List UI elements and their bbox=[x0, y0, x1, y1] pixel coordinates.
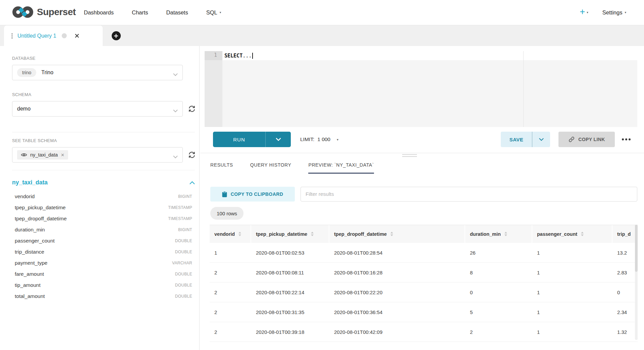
sql-keyword: SELECT bbox=[224, 53, 243, 59]
results-table: vendoridtpep_pickup_datetimetpep_dropoff… bbox=[210, 225, 638, 342]
close-tab-button[interactable] bbox=[75, 34, 79, 38]
sort-down-icon bbox=[390, 234, 393, 236]
copy-link-label: COPY LINK bbox=[578, 137, 605, 142]
superset-logo[interactable]: Superset bbox=[12, 5, 76, 19]
chevron-up-icon[interactable] bbox=[190, 181, 195, 184]
column-header-label: vendorid bbox=[214, 231, 235, 237]
nav-item-label: Dashboards bbox=[84, 9, 114, 16]
tab-preview-ny-taxi-data[interactable]: PREVIEW: `NY_TAXI_DATA` bbox=[308, 162, 374, 174]
refresh-icon bbox=[187, 150, 196, 159]
schema-column-row: fare_amountDOUBLE bbox=[15, 268, 192, 279]
column-header-duration-min[interactable]: duration_min bbox=[465, 225, 532, 243]
sidebar-divider bbox=[12, 170, 195, 170]
table-schema-heading[interactable]: ny_taxi_data bbox=[12, 179, 48, 186]
scrollbar-thumb[interactable] bbox=[635, 225, 638, 272]
results-scrollbar[interactable] bbox=[635, 225, 638, 340]
run-button[interactable]: RUN bbox=[213, 132, 266, 147]
table-cell: 2020-08-01T00:42:09 bbox=[329, 322, 465, 342]
sql-code-line[interactable]: SELECT ... bbox=[222, 51, 637, 60]
column-name: trip_distance bbox=[15, 249, 44, 255]
column-header-trip-d[interactable]: trip_d bbox=[612, 225, 638, 243]
schema-value: demo bbox=[17, 106, 31, 112]
column-header-label: tpep_dropoff_datetime bbox=[334, 231, 387, 237]
drag-handle-icon[interactable] bbox=[11, 33, 13, 39]
sort-icon[interactable] bbox=[311, 232, 314, 236]
sort-icon[interactable] bbox=[390, 232, 393, 236]
database-select[interactable]: trino Trino bbox=[12, 65, 183, 80]
tab-query-history[interactable]: QUERY HISTORY bbox=[250, 162, 291, 174]
nav-item-dashboards[interactable]: Dashboards bbox=[84, 9, 114, 16]
column-header-label: trip_d bbox=[617, 231, 631, 237]
tab-title: Untitled Query 1 bbox=[17, 33, 56, 39]
save-options-button[interactable] bbox=[532, 132, 550, 147]
sort-icon[interactable] bbox=[581, 232, 584, 236]
table-select[interactable]: ny_taxi_data ✕ bbox=[12, 147, 183, 163]
column-header-vendorid[interactable]: vendorid bbox=[210, 225, 251, 243]
nav-item-datasets[interactable]: Datasets bbox=[166, 9, 188, 16]
schema-column-row: tip_amountDOUBLE bbox=[15, 279, 192, 291]
table-row: 22020-08-01T00:31:352020-08-01T00:36:545… bbox=[210, 302, 638, 322]
nav-item-sql[interactable]: SQL▾ bbox=[206, 9, 221, 16]
column-header-tpep-dropoff-datetime[interactable]: tpep_dropoff_datetime bbox=[329, 225, 465, 243]
add-tab-button[interactable] bbox=[107, 26, 125, 46]
more-options-button[interactable] bbox=[620, 134, 632, 144]
save-button[interactable]: SAVE bbox=[501, 132, 532, 147]
column-type: DOUBLE bbox=[175, 283, 192, 288]
table-cell: 8 bbox=[465, 263, 532, 282]
table-cell: 2020-08-01T00:08:11 bbox=[251, 263, 329, 282]
limit-dropdown[interactable]: LIMIT: 1 000 ▾ bbox=[300, 132, 338, 147]
sql-editor[interactable]: 1 SELECT ... bbox=[205, 51, 637, 127]
copy-to-clipboard-button[interactable]: COPY TO CLIPBOARD bbox=[210, 187, 295, 202]
run-options-button[interactable] bbox=[266, 132, 291, 147]
settings-label: Settings bbox=[602, 9, 623, 16]
column-name: payment_type bbox=[15, 260, 47, 266]
tab-untitled-query-1[interactable]: Untitled Query 1 bbox=[4, 26, 103, 46]
sort-up-icon bbox=[311, 232, 314, 233]
schema-column-row: trip_distanceDOUBLE bbox=[15, 246, 192, 257]
table-cell: 2020-08-01T00:16:28 bbox=[329, 263, 465, 282]
database-backend-tag: trino bbox=[17, 68, 36, 77]
sort-icon[interactable] bbox=[504, 232, 507, 236]
column-type: DOUBLE bbox=[175, 272, 192, 276]
table-row: 22020-08-01T00:08:112020-08-01T00:16:288… bbox=[210, 263, 638, 282]
settings-menu[interactable]: Settings ▾ bbox=[602, 9, 626, 16]
sidebar-divider bbox=[12, 132, 195, 132]
superset-infinity-icon bbox=[12, 5, 34, 19]
remove-table-icon[interactable]: ✕ bbox=[61, 152, 64, 158]
plus-icon: + bbox=[580, 7, 585, 16]
column-type: BIGINT bbox=[178, 194, 192, 199]
column-header-passenger-count[interactable]: passenger_count bbox=[532, 225, 612, 243]
column-header-tpep-pickup-datetime[interactable]: tpep_pickup_datetime bbox=[251, 225, 329, 243]
table-tag-label: ny_taxi_data bbox=[30, 152, 58, 158]
nav-item-label: Charts bbox=[132, 9, 148, 16]
sort-down-icon bbox=[238, 234, 241, 236]
row-count-badge: 100 rows bbox=[210, 207, 244, 220]
schema-column-row: passenger_countDOUBLE bbox=[15, 235, 192, 246]
chevron-down-icon bbox=[173, 154, 178, 160]
filter-results-input[interactable] bbox=[301, 187, 637, 202]
sql-lab-page: Superset DashboardsChartsDatasetsSQL▾ + … bbox=[0, 0, 644, 350]
schema-select[interactable]: demo bbox=[12, 101, 183, 117]
pane-resize-handle[interactable] bbox=[402, 154, 417, 158]
sort-up-icon bbox=[390, 232, 393, 233]
new-item-menu[interactable]: + ▾ bbox=[580, 9, 588, 16]
refresh-table-button[interactable] bbox=[187, 150, 196, 160]
column-header-label: passenger_count bbox=[537, 231, 577, 237]
query-state-indicator bbox=[62, 33, 67, 38]
table-schema-label: SEE TABLE SCHEMA bbox=[12, 138, 199, 143]
table-cell: 2020-08-01T00:39:18 bbox=[251, 322, 329, 342]
refresh-schema-button[interactable] bbox=[187, 104, 196, 114]
nav-item-charts[interactable]: Charts bbox=[132, 9, 148, 16]
copy-link-button[interactable]: COPY LINK bbox=[558, 132, 615, 147]
selected-table-tag[interactable]: ny_taxi_data ✕ bbox=[17, 150, 68, 160]
results-controls: COPY TO CLIPBOARD bbox=[200, 187, 644, 202]
table-cell: 2.83 bbox=[612, 263, 638, 282]
tab-results[interactable]: RESULTS bbox=[210, 162, 233, 174]
sort-icon[interactable] bbox=[238, 232, 241, 236]
column-name: fare_amount bbox=[15, 271, 44, 277]
plus-circle-icon bbox=[112, 31, 121, 40]
column-header-label: tpep_pickup_datetime bbox=[256, 231, 307, 237]
column-name: tpep_pickup_datetime bbox=[15, 205, 66, 211]
table-cell: 2 bbox=[210, 282, 251, 302]
sort-down-icon bbox=[311, 234, 314, 236]
